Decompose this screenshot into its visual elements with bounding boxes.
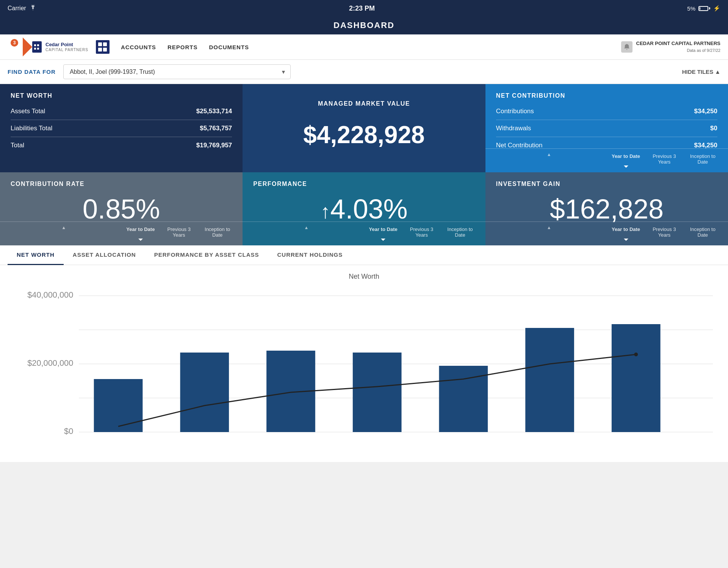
liabilities-row: Liabilities Total $5,763,757 <box>11 122 232 134</box>
managed-market-value-tile: MANAGED MARKET VALUE $4,228,928 <box>243 84 485 172</box>
net-worth-title: NET WORTH <box>11 92 232 99</box>
assets-row: Assets Total $25,533,714 <box>11 105 232 117</box>
contributions-row: Contributions $34,250 <box>496 105 717 117</box>
investment-gain-tabs: ▲ Year to Date Previous 3 Years Inceptio… <box>485 222 728 242</box>
status-time: 2:23 PM <box>349 5 375 12</box>
contribution-rate-value: 0.85% <box>83 193 160 225</box>
svg-text:$40,000,000: $40,000,000 <box>27 290 73 300</box>
svg-rect-1 <box>32 41 42 53</box>
performance-value: ↑4.03% <box>320 193 407 225</box>
tab-current-holdings[interactable]: CURRENT HOLDINGS <box>268 245 352 265</box>
carrier-text: Carrier <box>8 5 26 12</box>
performance-arrow: ↑ <box>320 200 330 222</box>
performance-tab-ytd[interactable]: Year to Date <box>364 225 402 239</box>
investment-gain-tab-ytd[interactable]: Year to Date <box>607 225 645 239</box>
net-contribution-tabs: ▲ Year to Date Previous 3 Years Inceptio… <box>485 148 728 169</box>
svg-rect-15 <box>180 353 229 432</box>
chart-canvas: $40,000,000 $20,000,000 $0 <box>8 288 720 455</box>
svg-text:$20,000,000: $20,000,000 <box>27 358 73 368</box>
total-value: $19,769,957 <box>196 142 232 149</box>
net-contribution-tile: NET CONTRIBUTION Contributions $34,250 W… <box>485 84 728 172</box>
tab-asset-allocation[interactable]: ASSET ALLOCATION <box>64 245 145 265</box>
performance-tab-itd[interactable]: Inception to Date <box>441 225 479 239</box>
investment-gain-tab-itd[interactable]: Inception to Date <box>684 225 722 239</box>
wifi-icon <box>29 5 37 12</box>
account-selector-wrapper[interactable]: Abbot, II, Joel (999-1937, Trust) ▼ <box>63 64 291 79</box>
svg-rect-20 <box>612 324 661 432</box>
svg-rect-19 <box>525 328 574 432</box>
notification-badge: 3 <box>11 39 18 47</box>
svg-rect-5 <box>37 48 39 50</box>
chevron-up-icon: ▲ <box>715 69 720 75</box>
withdrawals-label: Withdrawals <box>496 125 531 132</box>
nav-company: CEDAR POINT CAPITAL PARTNERS Data as of … <box>636 40 720 54</box>
notification-area[interactable]: ☰ 3 <box>8 42 15 52</box>
status-right: 5% ⚡ <box>687 5 720 12</box>
lightning-icon: ⚡ <box>713 5 720 12</box>
net-contribution-tab-ytd[interactable]: Year to Date <box>607 152 645 166</box>
nav-bar: ☰ 3 Cedar Point CAPITAL PARTNERS ACCOUNT… <box>0 34 728 60</box>
performance-title: PERFORMANCE <box>253 181 474 187</box>
chart-tabs: NET WORTH ASSET ALLOCATION PERFORMANCE B… <box>0 245 728 265</box>
investment-gain-value: $162,828 <box>550 193 664 225</box>
battery-icon <box>698 6 710 11</box>
svg-text:$0: $0 <box>64 426 73 436</box>
tab-net-worth[interactable]: NET WORTH <box>8 245 64 265</box>
hide-tiles-button[interactable]: HIDE TILES ▲ <box>682 69 720 75</box>
tiles-grid: NET WORTH Assets Total $25,533,714 Liabi… <box>0 84 728 245</box>
contribution-rate-title: CONTRIBUTION RATE <box>11 181 232 187</box>
performance-tabs: ▲ Year to Date Previous 3 Years Inceptio… <box>243 222 485 242</box>
liabilities-value: $5,763,757 <box>200 125 232 132</box>
net-contribution-label: Net Contribution <box>496 142 543 149</box>
notification-bell-icon[interactable] <box>621 41 632 53</box>
svg-point-21 <box>634 353 638 356</box>
svg-rect-14 <box>94 379 143 432</box>
logo-area: Cedar Point CAPITAL PARTNERS <box>23 37 88 56</box>
net-contribution-tab-itd[interactable]: Inception to Date <box>684 152 722 166</box>
investment-gain-tab-3yr[interactable]: Previous 3 Years <box>645 225 683 239</box>
contribution-rate-tab-3yr[interactable]: Previous 3 Years <box>160 225 198 239</box>
nav-links: ACCOUNTS REPORTS DOCUMENTS <box>121 42 249 52</box>
performance-tile: PERFORMANCE ↑4.03% ▲ Year to Date Previo… <box>243 172 485 245</box>
net-contribution-tab-3yr[interactable]: Previous 3 Years <box>645 152 683 166</box>
tab-performance-by-asset-class[interactable]: PERFORMANCE BY ASSET CLASS <box>145 245 268 265</box>
documents-link[interactable]: DOCUMENTS <box>209 42 249 52</box>
accounts-link[interactable]: ACCOUNTS <box>121 42 156 52</box>
net-worth-chart: $40,000,000 $20,000,000 $0 <box>8 288 720 447</box>
contributions-label: Contributions <box>496 108 534 115</box>
performance-tab-3yr[interactable]: Previous 3 Years <box>402 225 441 239</box>
contribution-rate-tabs: ▲ Year to Date Previous 3 Years Inceptio… <box>0 222 243 242</box>
chart-section: NET WORTH ASSET ALLOCATION PERFORMANCE B… <box>0 245 728 462</box>
net-contribution-value: $34,250 <box>694 142 717 149</box>
svg-rect-3 <box>37 44 39 46</box>
managed-market-value-title: MANAGED MARKET VALUE <box>318 100 410 107</box>
contributions-value: $34,250 <box>694 108 717 115</box>
liabilities-label: Liabilities Total <box>11 125 52 132</box>
battery-percent: 5% <box>687 5 695 12</box>
svg-rect-4 <box>34 48 36 50</box>
svg-rect-2 <box>34 44 36 46</box>
nav-right: CEDAR POINT CAPITAL PARTNERS Data as of … <box>621 40 720 54</box>
investment-gain-title: INVESTMENT GAIN <box>496 181 717 187</box>
contribution-rate-tile: CONTRIBUTION RATE 0.85% ▲ Year to Date P… <box>0 172 243 245</box>
dashboard-title: DASHBOARD <box>333 20 395 30</box>
total-row: Total $19,769,957 <box>11 139 232 151</box>
reports-link[interactable]: REPORTS <box>168 42 198 52</box>
chart-area: Net Worth $40,000,000 $20,000,000 $0 <box>0 265 728 462</box>
nav-grid-icon[interactable] <box>96 40 110 54</box>
status-left: Carrier <box>8 5 37 12</box>
net-contribution-title: NET CONTRIBUTION <box>496 92 717 99</box>
contribution-rate-tab-itd[interactable]: Inception to Date <box>198 225 236 239</box>
investment-gain-tile: INVESTMENT GAIN $162,828 ▲ Year to Date … <box>485 172 728 245</box>
withdrawals-value: $0 <box>710 125 717 132</box>
find-data-label: FIND DATA FOR <box>8 69 56 75</box>
assets-value: $25,533,714 <box>196 108 232 115</box>
managed-market-value-amount: $4,228,928 <box>303 113 424 156</box>
assets-label: Assets Total <box>11 108 45 115</box>
svg-marker-0 <box>23 37 32 56</box>
status-bar: Carrier 2:23 PM 5% ⚡ <box>0 0 728 17</box>
account-selector[interactable]: Abbot, II, Joel (999-1937, Trust) <box>63 64 291 79</box>
net-worth-tile: NET WORTH Assets Total $25,533,714 Liabi… <box>0 84 243 172</box>
contribution-rate-tab-ytd[interactable]: Year to Date <box>121 225 160 239</box>
logo-text: Cedar Point CAPITAL PARTNERS <box>45 42 88 52</box>
